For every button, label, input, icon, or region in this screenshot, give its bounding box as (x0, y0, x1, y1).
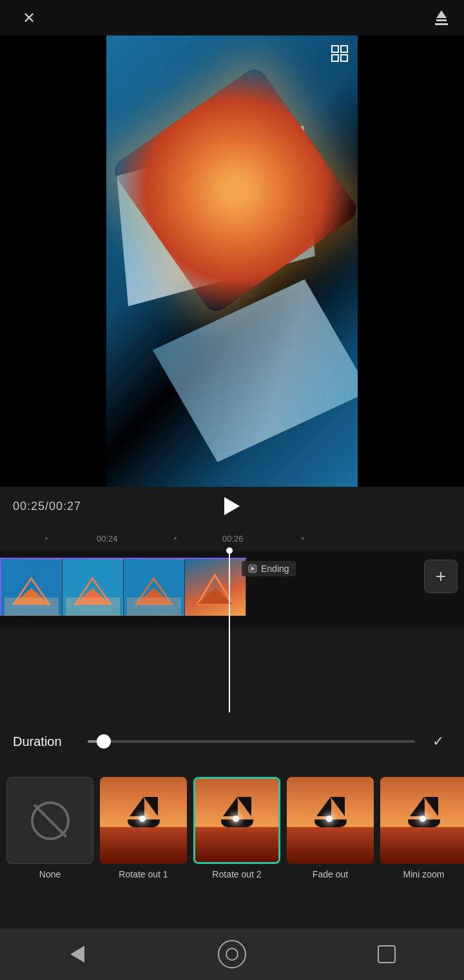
timeline-thumb-3 (124, 559, 185, 616)
ending-badge-icon (248, 564, 257, 573)
water-area-3 (287, 827, 374, 864)
sail-left-4 (410, 797, 424, 816)
timeline-thumb-1 (1, 559, 63, 616)
effect-rotate-out-1[interactable]: Rotate out 1 (100, 777, 187, 879)
playback-controls: 00:25/00:27 (0, 487, 464, 525)
upload-base-icon (435, 23, 448, 25)
sail-right-1 (144, 797, 158, 816)
svg-rect-1 (341, 46, 347, 52)
recent-icon (378, 945, 396, 963)
upload-arrow-icon (436, 10, 447, 18)
effect-label-rotate-2: Rotate out 2 (212, 869, 261, 879)
duration-slider[interactable] (88, 740, 415, 743)
check-icon: ✓ (432, 733, 444, 750)
sail-left-2 (223, 797, 237, 816)
ruler-dot-3 (302, 537, 304, 540)
rotate-shape-secondary (153, 279, 358, 462)
home-icon-inner (226, 948, 238, 961)
effect-thumb-img-1 (100, 777, 187, 864)
sun-3 (326, 816, 333, 822)
effect-rotate-out-2[interactable]: Rotate out 2 (193, 777, 280, 879)
upload-button[interactable] (432, 8, 451, 28)
home-icon (218, 940, 246, 968)
ruler-dot-1 (45, 537, 48, 540)
video-preview-inner (106, 35, 358, 487)
time-display: 00:25/00:27 (13, 500, 81, 513)
water-area-4 (380, 827, 464, 864)
expand-button[interactable] (328, 42, 351, 65)
effect-mini-zoom[interactable]: Mini zoom (380, 777, 464, 879)
effect-thumb-zoom (380, 777, 464, 864)
ruler-mark-1: 00:24 (97, 534, 118, 544)
effect-label-fade: Fade out (313, 869, 348, 879)
svg-rect-2 (332, 55, 338, 61)
back-icon (70, 946, 84, 963)
effect-thumb-none (6, 777, 93, 864)
playhead-handle (226, 547, 233, 554)
svg-rect-7 (5, 598, 59, 616)
timeline-ruler: 00:24 00:26 (0, 525, 464, 551)
timeline-thumb-4 (185, 559, 246, 616)
effect-thumb-rotate-1 (100, 777, 187, 864)
nav-back-button[interactable] (61, 938, 93, 970)
effect-label-zoom: Mini zoom (403, 869, 445, 879)
timeline-thumb-2 (63, 559, 124, 616)
close-button[interactable]: ✕ (13, 2, 45, 34)
rotating-image-area (106, 35, 358, 487)
effect-thumb-img-4 (380, 777, 464, 864)
playhead (229, 551, 230, 712)
sun-1 (139, 816, 146, 822)
bottom-nav (0, 928, 464, 980)
effects-carousel: None Rotate out 1 (0, 770, 464, 912)
duration-section: Duration ✓ (0, 716, 464, 767)
effect-thumb-img-2 (195, 779, 278, 862)
timeline-strip (0, 551, 464, 629)
ruler-dot-2 (174, 537, 177, 540)
ending-badge-text: Ending (261, 564, 289, 574)
effect-label-rotate-1: Rotate out 1 (119, 869, 168, 879)
sail-right-3 (331, 797, 345, 816)
play-button[interactable] (218, 492, 246, 520)
duration-slider-thumb[interactable] (97, 734, 111, 749)
add-button[interactable]: + (424, 560, 458, 593)
svg-rect-3 (341, 55, 347, 61)
svg-rect-16 (185, 559, 246, 615)
sun-4 (420, 816, 426, 822)
effect-label-none: None (39, 869, 61, 879)
sail-left-1 (130, 797, 144, 816)
effect-fade-out[interactable]: Fade out (287, 777, 374, 879)
timeline-thumbnails (0, 558, 246, 616)
svg-rect-15 (127, 598, 181, 616)
svg-rect-11 (66, 598, 120, 616)
top-bar: ✕ (0, 0, 464, 35)
sail-right-4 (424, 797, 438, 816)
play-icon (224, 497, 240, 515)
sail-left-3 (316, 797, 331, 816)
effect-thumb-img-3 (287, 777, 374, 864)
effect-thumb-rotate-2 (193, 777, 280, 864)
duration-label: Duration (13, 734, 77, 749)
effect-none[interactable]: None (6, 777, 93, 879)
water-area-1 (100, 827, 187, 864)
nav-recent-button[interactable] (371, 938, 403, 970)
video-preview (0, 35, 464, 487)
check-button[interactable]: ✓ (425, 729, 451, 754)
svg-rect-0 (332, 46, 338, 52)
no-effect-icon (31, 801, 70, 840)
water-area-2 (195, 827, 278, 862)
nav-home-button[interactable] (216, 938, 248, 970)
upload-line-icon (436, 19, 447, 21)
sail-right-2 (237, 797, 251, 816)
ending-badge: Ending (242, 561, 296, 576)
effect-thumb-fade (287, 777, 374, 864)
add-icon: + (436, 566, 446, 587)
sun-2 (233, 816, 239, 822)
ruler-mark-2: 00:26 (222, 534, 244, 544)
